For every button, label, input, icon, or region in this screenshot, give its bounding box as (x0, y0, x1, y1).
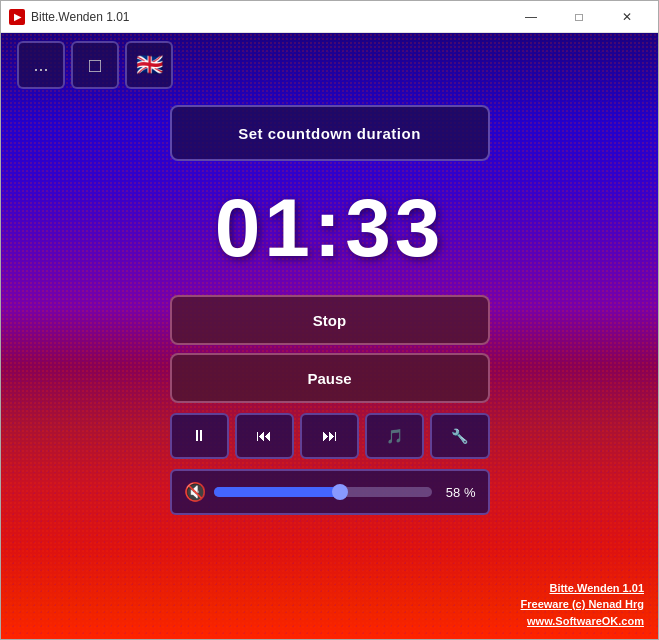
window-title: Bitte.Wenden 1.01 (31, 10, 508, 24)
footer-line2[interactable]: Freeware (c) Nenad Hrg (521, 596, 644, 613)
stop-button[interactable]: Stop (170, 295, 490, 345)
volume-percent: 58 % (440, 485, 476, 500)
set-countdown-button[interactable]: Set countdown duration (170, 105, 490, 161)
volume-row: 🔇 58 % (170, 469, 490, 515)
volume-icon[interactable]: 🔇 (184, 481, 206, 503)
app-icon: ▶ (9, 9, 25, 25)
pause-button[interactable]: Pause (170, 353, 490, 403)
previous-button[interactable]: ⏮ (235, 413, 294, 459)
volume-thumb[interactable] (332, 484, 348, 500)
maximize-button[interactable]: □ (556, 1, 602, 33)
window-controls: — □ ✕ (508, 1, 650, 33)
minimize-button[interactable]: — (508, 1, 554, 33)
dots-button[interactable]: ... (17, 41, 65, 89)
titlebar: ▶ Bitte.Wenden 1.01 — □ ✕ (1, 1, 658, 33)
close-button[interactable]: ✕ (604, 1, 650, 33)
volume-fill (214, 487, 340, 497)
toolbar: ... □ 🇬🇧 (17, 41, 173, 89)
media-controls-row: ⏸ ⏮ ⏭ 🎵 🔧 (170, 413, 490, 459)
pause-media-button[interactable]: ⏸ (170, 413, 229, 459)
footer-line1[interactable]: Bitte.Wenden 1.01 (521, 580, 644, 597)
next-button[interactable]: ⏭ (300, 413, 359, 459)
timer-display: 01:33 (215, 181, 445, 275)
inner-content: ... □ 🇬🇧 Set countdown duration 01:33 St… (1, 33, 658, 639)
flag-button[interactable]: 🇬🇧 (125, 41, 173, 89)
main-content: ... □ 🇬🇧 Set countdown duration 01:33 St… (1, 33, 658, 639)
playlist-button[interactable]: 🎵 (365, 413, 424, 459)
volume-slider[interactable] (214, 487, 432, 497)
settings-button[interactable]: 🔧 (430, 413, 489, 459)
square-button[interactable]: □ (71, 41, 119, 89)
app-window: ▶ Bitte.Wenden 1.01 — □ ✕ ... □ 🇬🇧 Set c… (0, 0, 659, 640)
footer-credit: Bitte.Wenden 1.01 Freeware (c) Nenad Hrg… (521, 580, 644, 630)
footer-line3[interactable]: www.SoftwareOK.com (521, 613, 644, 630)
